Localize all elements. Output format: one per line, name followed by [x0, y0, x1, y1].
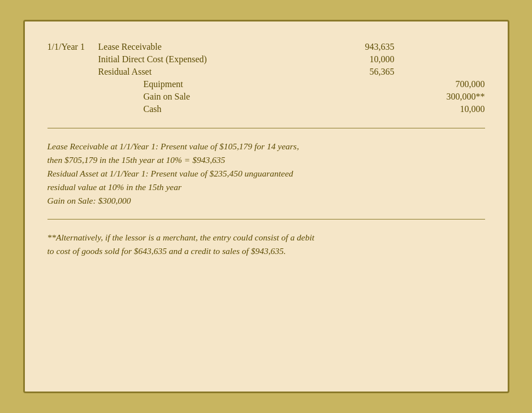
journal-card: 1/1/Year 1Lease Receivable943,635Initial…: [23, 20, 509, 393]
entry-dr: 10,000: [349, 54, 417, 64]
table-row: Equipment700,000: [47, 79, 485, 89]
note-line: then $705,179 in the 15th year at 10% = …: [47, 153, 485, 167]
section-divider: [47, 128, 485, 128]
note-line: Lease Receivable at 1/1/Year 1: Present …: [47, 140, 485, 153]
journal-entries: 1/1/Year 1Lease Receivable943,635Initial…: [47, 42, 485, 114]
entry-account: Residual Asset: [98, 67, 349, 77]
notes-section: Lease Receivable at 1/1/Year 1: Present …: [47, 140, 485, 208]
entry-account: Gain on Sale: [98, 92, 349, 102]
footnote-divider: [47, 219, 485, 220]
note-line: residual value at 10% in the 15th year: [47, 180, 485, 194]
footnote-line: to cost of goods sold for $643,635 and a…: [47, 244, 485, 258]
entry-account: Cash: [98, 104, 349, 114]
entry-account: Initial Direct Cost (Expensed): [98, 54, 349, 64]
entry-account: Equipment: [98, 79, 349, 89]
entry-cr: 300,000**: [417, 92, 485, 102]
footnote-section: **Alternatively, if the lessor is a merc…: [47, 231, 485, 258]
entry-cr: 700,000: [417, 79, 485, 89]
entry-account: Lease Receivable: [98, 42, 349, 52]
entry-cr: 10,000: [417, 104, 485, 114]
table-row: Cash10,000: [47, 104, 485, 114]
note-line: Residual Asset at 1/1/Year 1: Present va…: [47, 167, 485, 180]
table-row: 1/1/Year 1Lease Receivable943,635: [47, 42, 485, 52]
table-row: Residual Asset56,365: [47, 67, 485, 77]
table-row: Gain on Sale300,000**: [47, 92, 485, 102]
table-row: Initial Direct Cost (Expensed)10,000: [47, 54, 485, 64]
entry-dr: 56,365: [349, 67, 417, 77]
note-line: Gain on Sale: $300,000: [47, 194, 485, 208]
entry-date: 1/1/Year 1: [47, 42, 98, 52]
entry-dr: 943,635: [349, 42, 417, 52]
footnote-line: **Alternatively, if the lessor is a merc…: [47, 231, 485, 244]
